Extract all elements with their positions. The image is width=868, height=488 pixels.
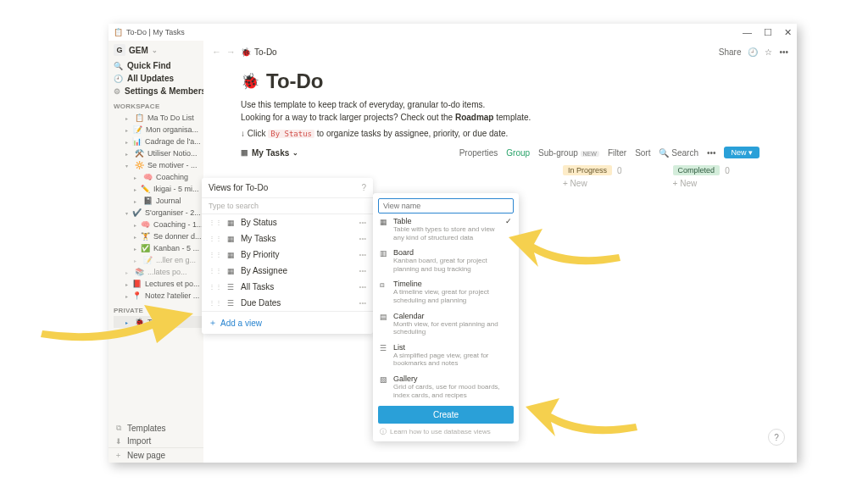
nav-back[interactable]: ← [212, 47, 221, 57]
page-item[interactable]: ▾✔️S'organiser - 2... [114, 207, 203, 219]
download-icon: ⬇ [114, 437, 123, 446]
page-item[interactable]: ▸⚒️Utiliser Notio... [114, 147, 203, 159]
more-actions[interactable]: ••• [707, 148, 716, 158]
page-item[interactable]: ▸📓Journal [114, 195, 203, 207]
share-button[interactable]: Share [719, 47, 742, 57]
page-item[interactable]: ▸🧠Coaching - 1... [114, 219, 203, 230]
view-row[interactable]: ⋮⋮▦By Status••• [202, 214, 373, 230]
page-item[interactable]: ▸📊Cadrage de l'a... [114, 136, 203, 147]
properties-button[interactable]: Properties [459, 148, 498, 158]
plus-icon: ＋ [209, 317, 217, 329]
import-link[interactable]: ⬇Import [108, 435, 203, 447]
add-view[interactable]: ＋Add a view [202, 311, 373, 334]
close-button[interactable]: ✕ [784, 27, 792, 38]
subgroup-button[interactable]: Sub-group NEW [538, 148, 599, 158]
learn-link[interactable]: ⓘLearn how to use database views [378, 424, 514, 436]
workspace-name: GEM [129, 46, 148, 55]
page-item[interactable]: ▸📚...lates po... [114, 266, 203, 278]
settings-link[interactable]: ⚙Settings & Members [108, 85, 203, 97]
add-card[interactable]: + New [563, 179, 622, 188]
workspace-icon: G [114, 44, 125, 56]
views-panel: Views for To-Do? Type to search ⋮⋮▦By St… [202, 178, 373, 334]
view-type-list[interactable]: ☰ListA simplified page view, great for b… [378, 340, 514, 371]
add-card[interactable]: + New [673, 179, 730, 188]
workspace-section: WORKSPACE [108, 97, 203, 112]
filter-button[interactable]: Filter [608, 148, 626, 158]
page-item[interactable]: ▸🏋️Se donner d... [114, 230, 203, 242]
crumb-icon: 🐞 [241, 47, 251, 57]
breadcrumb[interactable]: 🐞 To-Do [241, 47, 277, 57]
sidebar: G GEM ⌄ 🔍Quick Find 🕘All Updates ⚙Settin… [108, 41, 203, 463]
new-page-link[interactable]: ＋New page [108, 447, 203, 463]
view-row[interactable]: ⋮⋮▦My Tasks••• [202, 230, 373, 247]
page-item[interactable]: ▾🔆Se motiver - ... [114, 159, 203, 171]
page-item[interactable]: ▸📝Mon organisa... [114, 124, 203, 136]
database-toolbar: ▦ My Tasks ⌄ Properties Group Sub-group … [241, 147, 760, 158]
new-button[interactable]: New ▾ [724, 147, 760, 158]
page-tree: ▸📋Ma To Do List ▸📝Mon organisa... ▸📊Cadr… [108, 112, 203, 302]
views-panel-title: Views for To-Do [209, 183, 268, 192]
view-type-timeline[interactable]: ⧈TimelineA timeline view, great for proj… [378, 276, 514, 308]
more-icon[interactable]: ••• [779, 47, 788, 57]
workspace-switcher[interactable]: G GEM ⌄ [108, 41, 203, 59]
view-row[interactable]: ⋮⋮☰All Tasks••• [202, 279, 373, 295]
annotation-arrow [509, 212, 627, 271]
page-item[interactable]: ▸📋Ma To Do List [114, 112, 203, 124]
view-type-table[interactable]: ▦TableTable with types to store and view… [378, 214, 514, 245]
view-type-gallery[interactable]: ▧GalleryGrid of cards, use for mood boar… [378, 371, 514, 402]
group-button[interactable]: Group [506, 148, 530, 158]
nav-forward[interactable]: → [226, 47, 236, 57]
status-in-progress[interactable]: In Progress [563, 165, 612, 175]
annotation-arrow [34, 288, 195, 347]
views-search[interactable]: Type to search [202, 198, 373, 214]
desc-line2b: template. [493, 113, 531, 122]
page-item[interactable]: ▸📝...ller en g... [114, 254, 203, 266]
desc-line1: Use this template to keep track of every… [241, 98, 760, 111]
desc-line2a: Looking for a way to track larger projec… [241, 113, 455, 122]
doc-icon: 📋 [114, 28, 123, 36]
gear-icon: ⚙ [114, 87, 120, 96]
status-completed[interactable]: Completed [673, 165, 721, 175]
col1-count: 0 [617, 166, 622, 175]
info-icon: ⓘ [380, 427, 387, 436]
view-row[interactable]: ⋮⋮☰Due Dates••• [202, 295, 373, 311]
quick-find[interactable]: 🔍Quick Find [108, 59, 203, 72]
view-row[interactable]: ⋮⋮▦By Priority••• [202, 247, 373, 263]
search-button[interactable]: 🔍 Search [659, 148, 698, 158]
col2-count: 0 [725, 166, 730, 175]
chevron-down-icon: ⌄ [292, 149, 298, 157]
board-icon: ▦ [241, 148, 248, 157]
template-icon: ⧉ [114, 424, 123, 433]
page-emoji[interactable]: 🐞 [241, 72, 259, 91]
all-updates[interactable]: 🕘All Updates [108, 72, 203, 85]
updates-icon[interactable]: 🕘 [748, 47, 758, 57]
star-icon[interactable]: ☆ [765, 47, 772, 57]
help-icon[interactable]: ? [361, 183, 366, 192]
topbar: ← → 🐞 To-Do Share 🕘 ☆ ••• [203, 41, 797, 63]
create-button[interactable]: Create [378, 406, 514, 424]
page-heading[interactable]: To-Do [266, 69, 324, 93]
hint-prefix: ↓ Click [241, 129, 268, 138]
new-view-modal: ▦TableTable with types to store and view… [373, 193, 519, 441]
page-item[interactable]: ▸✏️Ikigai - 5 mi... [114, 183, 203, 195]
minimize-button[interactable]: — [743, 27, 752, 37]
hint-code: By Status [268, 130, 314, 138]
page-item[interactable]: ▸✅Kanban - 5 ... [114, 242, 203, 254]
help-fab[interactable]: ? [768, 429, 785, 446]
view-type-board[interactable]: ▥BoardKanban board, great for project pl… [378, 245, 514, 276]
page-item[interactable]: ▸🧠Coaching [114, 171, 203, 183]
view-switcher[interactable]: ▦ My Tasks ⌄ [241, 148, 298, 158]
view-row[interactable]: ⋮⋮▦By Assignee••• [202, 263, 373, 279]
page-title: 🐞 To-Do [241, 69, 760, 93]
view-name-input[interactable] [378, 198, 514, 214]
maximize-button[interactable]: ☐ [764, 27, 772, 38]
templates-link[interactable]: ⧉Templates [108, 422, 203, 435]
window-title: To-Do | My Tasks [126, 28, 185, 36]
search-icon: 🔍 [114, 62, 123, 70]
view-type-calendar[interactable]: ▤CalendarMonth view, for event planning … [378, 308, 514, 340]
sort-button[interactable]: Sort [635, 148, 650, 158]
titlebar: 📋 To-Do | My Tasks — ☐ ✕ [108, 24, 797, 41]
roadmap-link[interactable]: Roadmap [455, 113, 494, 122]
page-content: 🐞 To-Do Use this template to keep track … [203, 63, 797, 188]
chevron-icon: ⌄ [152, 47, 158, 54]
